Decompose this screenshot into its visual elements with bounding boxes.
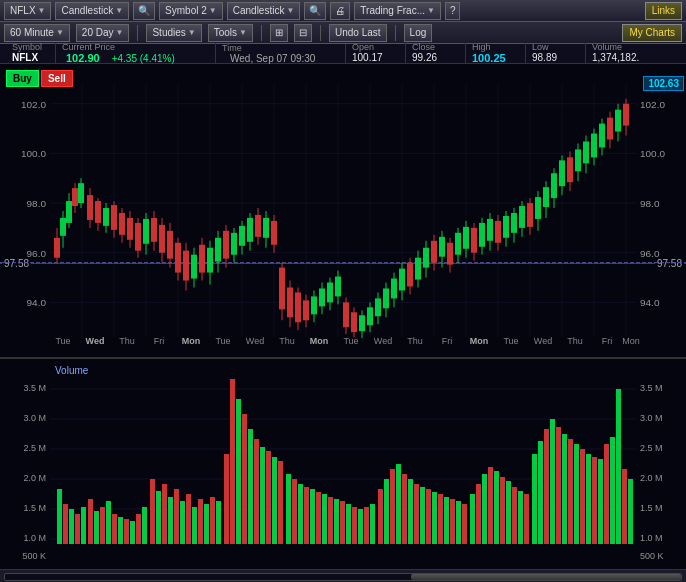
svg-text:3.5 M: 3.5 M [23,383,46,393]
svg-rect-63 [199,245,205,273]
trading-frac-dropdown[interactable]: Trading Frac... ▼ [354,2,441,20]
info-symbol: NFLX [12,52,49,64]
main-chart[interactable]: 97.58 97.58 Buy Sell 102.63 [0,64,686,359]
svg-rect-212 [100,507,105,544]
svg-rect-61 [191,255,197,279]
svg-rect-232 [224,454,229,544]
studies-dropdown[interactable]: Studies ▼ [146,24,201,42]
svg-rect-296 [616,389,621,544]
svg-rect-169 [623,104,629,126]
symbol2-label: Symbol 2 [165,5,207,16]
svg-text:1.5 M: 1.5 M [640,503,663,513]
svg-rect-219 [142,507,147,544]
svg-text:1.0 M: 1.0 M [23,533,46,543]
svg-rect-237 [254,439,259,544]
separator-1 [137,25,138,41]
svg-rect-244 [298,484,303,544]
svg-rect-119 [423,248,429,268]
scrollbar-area[interactable] [0,569,686,582]
svg-rect-101 [351,312,357,332]
period-arrow: ▼ [116,28,124,37]
timeframe-dropdown[interactable]: 60 Minute ▼ [4,24,70,42]
chart-type-2-dropdown[interactable]: Candlestick ▼ [227,2,301,20]
help-btn[interactable]: ? [445,2,461,20]
time-label: Time [222,44,339,53]
candlestick-svg: 102.0 100.0 98.0 96.0 94.0 102.0 100.0 9… [0,64,686,357]
scrollbar-track[interactable] [4,573,682,581]
symbol-label: NFLX [10,5,36,16]
svg-rect-25 [54,238,60,258]
symbol2-dropdown[interactable]: Symbol 2 ▼ [159,2,223,20]
svg-rect-210 [88,499,93,544]
log-btn[interactable]: Log [404,24,433,42]
svg-text:100.0: 100.0 [640,148,665,159]
svg-rect-276 [494,471,499,544]
svg-rect-117 [415,258,421,280]
svg-text:Mon: Mon [310,336,328,346]
svg-rect-155 [567,157,573,182]
symbol-dropdown[interactable]: NFLX ▼ [4,2,51,20]
svg-rect-295 [610,437,615,544]
svg-rect-133 [479,223,485,247]
svg-rect-293 [598,459,603,544]
svg-rect-167 [615,110,621,132]
buy-button[interactable]: Buy [6,70,39,87]
period-dropdown[interactable]: 20 Day ▼ [76,24,130,42]
svg-rect-236 [248,429,253,544]
my-charts-button[interactable]: Links [645,2,682,20]
svg-rect-229 [204,504,209,544]
sell-button[interactable]: Sell [41,70,73,87]
svg-rect-240 [272,457,277,544]
svg-rect-252 [346,504,351,544]
chart-type-1-dropdown[interactable]: Candlestick ▼ [55,2,129,20]
trading-frac-label: Trading Frac... [360,5,425,16]
volume-chart[interactable]: Volume [0,359,686,569]
svg-rect-256 [370,504,375,544]
svg-rect-206 [63,504,68,544]
undo-last-btn[interactable]: Undo Last [329,24,387,42]
svg-rect-286 [556,427,561,544]
svg-rect-145 [527,203,533,227]
print-icon[interactable]: 🖨 [330,2,350,20]
layout-icon-2[interactable]: ⊟ [294,24,312,42]
svg-rect-227 [192,507,197,544]
svg-rect-73 [239,226,245,246]
svg-rect-121 [431,241,437,263]
svg-rect-53 [159,225,165,253]
timeframe-label: 60 Minute [10,27,54,38]
svg-text:Wed: Wed [246,336,264,346]
svg-rect-280 [518,491,523,544]
svg-rect-83 [279,268,285,310]
svg-rect-159 [583,141,589,163]
svg-text:102.0: 102.0 [21,99,46,110]
svg-rect-289 [574,444,579,544]
search2-icon-btn[interactable]: 🔍 [304,2,326,20]
svg-text:Wed: Wed [534,336,552,346]
svg-text:2.0 M: 2.0 M [23,473,46,483]
svg-rect-290 [580,449,585,544]
svg-rect-95 [327,283,333,303]
svg-rect-282 [532,454,537,544]
svg-rect-67 [215,238,221,262]
svg-rect-287 [562,434,567,544]
svg-rect-268 [444,497,449,544]
tools-dropdown[interactable]: Tools ▼ [208,24,253,42]
svg-rect-47 [135,223,141,251]
svg-text:3.5 M: 3.5 M [640,383,663,393]
svg-rect-143 [519,206,525,228]
svg-rect-109 [383,288,389,308]
chart-type-2-arrow: ▼ [286,6,294,15]
svg-rect-298 [628,479,633,544]
search-icon-btn[interactable]: 🔍 [133,2,155,20]
svg-rect-255 [364,507,369,544]
svg-text:Mon: Mon [470,336,488,346]
my-charts-btn[interactable]: My Charts [622,24,682,42]
layout-icon-1[interactable]: ⊞ [270,24,288,42]
high-value: 100.25 [472,52,519,64]
svg-text:Mon: Mon [182,336,200,346]
scrollbar-thumb[interactable] [411,574,681,580]
svg-rect-77 [255,215,261,237]
svg-rect-87 [295,292,301,322]
svg-rect-209 [81,507,86,544]
svg-text:1.5 M: 1.5 M [23,503,46,513]
